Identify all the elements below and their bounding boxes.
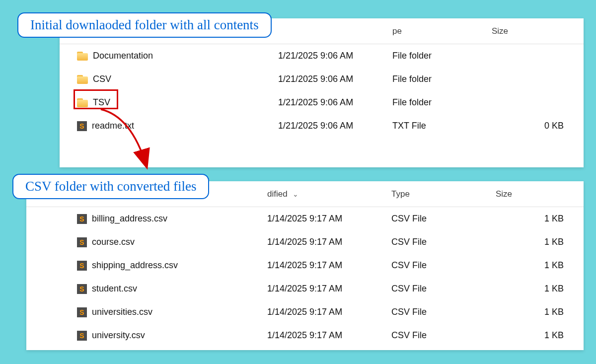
file-type: File folder — [392, 97, 492, 108]
text-file-icon: S — [77, 261, 87, 271]
sort-chevron-icon: ⌄ — [293, 190, 298, 198]
file-row[interactable]: TSV1/21/2025 9:06 AMFile folder — [60, 91, 584, 114]
file-type: TXT File — [392, 121, 492, 131]
file-row[interactable]: Documentation1/21/2025 9:06 AMFile folde… — [60, 44, 584, 68]
file-row[interactable]: Scourse.csv1/14/2025 9:17 AMCSV File1 KB — [26, 230, 584, 254]
file-explorer-bottom: dified ⌄ Type Size Sbilling_address.csv1… — [26, 181, 584, 350]
file-name-cell: Sshipping_address.csv — [26, 260, 267, 271]
file-date: 1/14/2025 9:17 AM — [267, 214, 391, 224]
file-name: universities.csv — [92, 307, 152, 317]
file-size: 1 KB — [496, 330, 584, 341]
callout-initial-folder: Initial downlaoded folder with all conte… — [17, 12, 272, 38]
file-name: CSV — [93, 74, 111, 84]
file-type: File folder — [392, 51, 492, 61]
file-explorer-top: pe Size Documentation1/21/2025 9:06 AMFi… — [60, 18, 584, 167]
file-type: CSV File — [391, 214, 496, 224]
file-date: 1/21/2025 9:06 AM — [278, 74, 392, 84]
file-name-cell: Suniversity.csv — [26, 330, 267, 341]
file-type: CSV File — [391, 330, 496, 341]
file-date: 1/14/2025 9:17 AM — [267, 330, 391, 341]
callout-csv-folder: CSV folder with converted files — [12, 174, 209, 199]
file-name: university.csv — [92, 330, 145, 341]
file-row[interactable]: Sreadme.txt1/21/2025 9:06 AMTXT File0 KB — [60, 114, 584, 138]
file-name: TSV — [93, 97, 110, 108]
file-row[interactable]: Suniversity.csv1/14/2025 9:17 AMCSV File… — [26, 324, 584, 347]
file-date: 1/14/2025 9:17 AM — [267, 237, 391, 247]
text-file-icon: S — [77, 331, 87, 341]
file-name-cell: Sstudent.csv — [26, 284, 267, 294]
file-name-cell: Documentation — [60, 51, 278, 61]
file-date: 1/14/2025 9:17 AM — [267, 307, 391, 317]
callout-label: CSV folder with converted files — [25, 179, 196, 194]
file-name-cell: Sreadme.txt — [60, 121, 278, 131]
text-file-icon: S — [77, 237, 87, 247]
file-name: Documentation — [93, 51, 153, 61]
file-size: 1 KB — [496, 284, 584, 294]
file-size: 0 KB — [492, 121, 584, 131]
folder-icon — [77, 98, 88, 107]
file-name: billing_address.csv — [92, 214, 167, 224]
file-row[interactable]: Sshipping_address.csv1/14/2025 9:17 AMCS… — [26, 254, 584, 277]
file-name: course.csv — [92, 237, 135, 247]
header-date[interactable]: dified ⌄ — [267, 189, 391, 199]
file-type: CSV File — [391, 237, 496, 247]
file-size: 1 KB — [496, 260, 584, 271]
text-file-icon: S — [77, 121, 87, 131]
header-type[interactable]: pe — [392, 26, 492, 36]
file-name: shipping_address.csv — [92, 260, 178, 271]
text-file-icon: S — [77, 284, 87, 294]
file-row[interactable]: CSV1/21/2025 9:06 AMFile folder — [60, 68, 584, 91]
folder-icon — [77, 52, 88, 61]
file-name: student.csv — [92, 284, 137, 294]
file-size: 1 KB — [496, 307, 584, 317]
file-type: CSV File — [391, 284, 496, 294]
header-size[interactable]: Size — [492, 26, 584, 36]
file-name: readme.txt — [92, 121, 134, 131]
file-name-cell: CSV — [60, 74, 278, 84]
file-row[interactable]: Sbilling_address.csv1/14/2025 9:17 AMCSV… — [26, 207, 584, 230]
text-file-icon: S — [77, 307, 87, 317]
file-size: 1 KB — [496, 214, 584, 224]
file-date: 1/21/2025 9:06 AM — [278, 97, 392, 108]
text-file-icon: S — [77, 214, 87, 224]
header-type[interactable]: Type — [391, 189, 496, 199]
file-name-cell: Scourse.csv — [26, 237, 267, 247]
file-name-cell: Sbilling_address.csv — [26, 214, 267, 224]
file-date: 1/21/2025 9:06 AM — [278, 51, 392, 61]
file-name-cell: Suniversities.csv — [26, 307, 267, 317]
file-size: 1 KB — [496, 237, 584, 247]
file-name-cell: TSV — [60, 97, 278, 108]
file-row[interactable]: Suniversities.csv1/14/2025 9:17 AMCSV Fi… — [26, 300, 584, 324]
file-type: File folder — [392, 74, 492, 84]
file-date: 1/21/2025 9:06 AM — [278, 121, 392, 131]
file-date: 1/14/2025 9:17 AM — [267, 284, 391, 294]
file-type: CSV File — [391, 260, 496, 271]
file-date: 1/14/2025 9:17 AM — [267, 260, 391, 271]
file-type: CSV File — [391, 307, 496, 317]
callout-label: Initial downlaoded folder with all conte… — [30, 17, 259, 32]
header-size[interactable]: Size — [496, 189, 584, 199]
folder-icon — [77, 75, 88, 84]
file-row[interactable]: Sstudent.csv1/14/2025 9:17 AMCSV File1 K… — [26, 277, 584, 300]
